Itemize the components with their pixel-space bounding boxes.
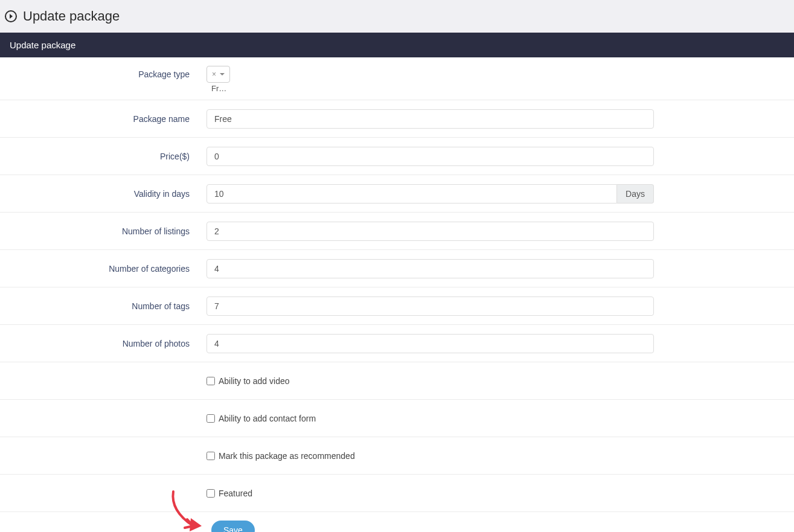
label-listings: Number of listings [0, 226, 207, 236]
featured-checkbox-label: Featured [219, 489, 252, 498]
label-package-name: Package name [0, 114, 207, 124]
page-header: Update package [0, 0, 794, 33]
panel-header: Update package [0, 33, 794, 57]
tags-input[interactable] [207, 296, 654, 316]
contact-form-checkbox-wrap[interactable]: Ability to add contact form [207, 414, 316, 423]
label-categories: Number of categories [0, 264, 207, 274]
row-price: Price($) [0, 138, 794, 175]
recommended-checkbox[interactable] [207, 452, 215, 460]
label-photos: Number of photos [0, 339, 207, 348]
package-type-select[interactable]: × [207, 66, 230, 83]
row-validity: Validity in days Days [0, 175, 794, 213]
row-video: Ability to add video [0, 362, 794, 400]
label-price: Price($) [0, 152, 207, 161]
svg-marker-0 [190, 518, 202, 531]
video-checkbox-label: Ability to add video [219, 376, 290, 386]
validity-input[interactable] [207, 184, 617, 204]
row-recommended: Mark this package as recommended [0, 437, 794, 475]
row-contact-form: Ability to add contact form [0, 400, 794, 437]
row-package-type: Package type × Fr… [0, 57, 794, 100]
label-package-type: Package type [0, 69, 207, 79]
row-featured: Featured [0, 475, 794, 512]
row-tags: Number of tags [0, 287, 794, 325]
label-validity: Validity in days [0, 189, 207, 199]
validity-addon: Days [617, 184, 654, 204]
form-panel: Update package Package type × Fr… Packag… [0, 33, 794, 532]
listings-input[interactable] [207, 222, 654, 241]
featured-checkbox[interactable] [207, 489, 215, 498]
video-checkbox[interactable] [207, 377, 215, 385]
video-checkbox-wrap[interactable]: Ability to add video [207, 376, 290, 386]
photos-input[interactable] [207, 334, 654, 353]
recommended-checkbox-label: Mark this package as recommended [219, 451, 355, 461]
page-title: Update package [23, 8, 120, 24]
chevron-down-icon [220, 73, 225, 75]
contact-form-checkbox-label: Ability to add contact form [219, 414, 316, 423]
contact-form-checkbox[interactable] [207, 414, 215, 423]
recommended-checkbox-wrap[interactable]: Mark this package as recommended [207, 451, 355, 461]
row-package-name: Package name [0, 100, 794, 138]
label-tags: Number of tags [0, 301, 207, 311]
save-button[interactable]: Save [211, 521, 255, 532]
row-listings: Number of listings [0, 213, 794, 250]
categories-input[interactable] [207, 259, 654, 278]
package-type-selected: Fr… [211, 84, 226, 93]
select-clear-icon[interactable]: × [212, 70, 216, 79]
arrow-circle-right-icon [5, 10, 17, 22]
package-name-input[interactable] [207, 109, 654, 129]
row-categories: Number of categories [0, 250, 794, 287]
price-input[interactable] [207, 147, 654, 166]
featured-checkbox-wrap[interactable]: Featured [207, 489, 252, 498]
row-photos: Number of photos [0, 325, 794, 362]
row-save: Save [0, 512, 794, 532]
